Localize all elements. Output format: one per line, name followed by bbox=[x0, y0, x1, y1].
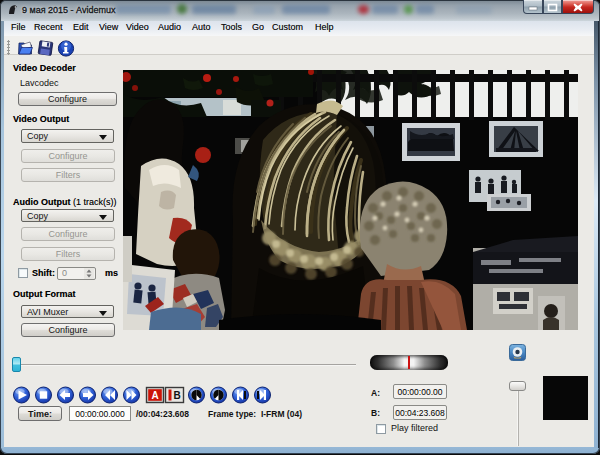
svg-text:B: B bbox=[173, 390, 180, 401]
svg-text:A: A bbox=[151, 390, 158, 401]
